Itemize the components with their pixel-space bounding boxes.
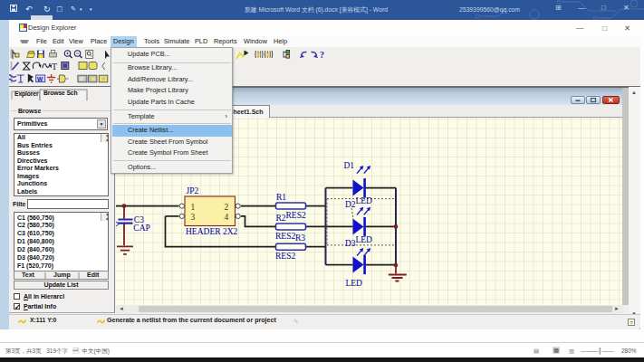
- svg-text:1: 1: [191, 203, 196, 212]
- svg-text:R2: R2: [276, 214, 286, 223]
- svg-text:LED: LED: [356, 196, 373, 205]
- svg-text:JP2: JP2: [187, 186, 199, 195]
- svg-text:4: 4: [225, 213, 229, 222]
- svg-text:LED: LED: [346, 279, 363, 288]
- svg-text:P: P: [116, 221, 119, 230]
- svg-text:D2: D2: [345, 200, 356, 209]
- svg-text:D3: D3: [345, 239, 356, 248]
- svg-text:HEADER 2X2: HEADER 2X2: [186, 227, 238, 236]
- svg-text:LED: LED: [356, 235, 373, 244]
- svg-text:RES2: RES2: [275, 252, 295, 261]
- svg-text:3: 3: [191, 213, 196, 222]
- svg-text:R1: R1: [276, 193, 286, 202]
- svg-text:R3: R3: [295, 233, 305, 243]
- svg-text:2: 2: [225, 203, 229, 212]
- svg-text:RES2: RES2: [286, 211, 306, 220]
- svg-text:D1: D1: [344, 161, 355, 170]
- svg-text:CAP: CAP: [133, 224, 149, 233]
- svg-text:RES2: RES2: [275, 232, 295, 241]
